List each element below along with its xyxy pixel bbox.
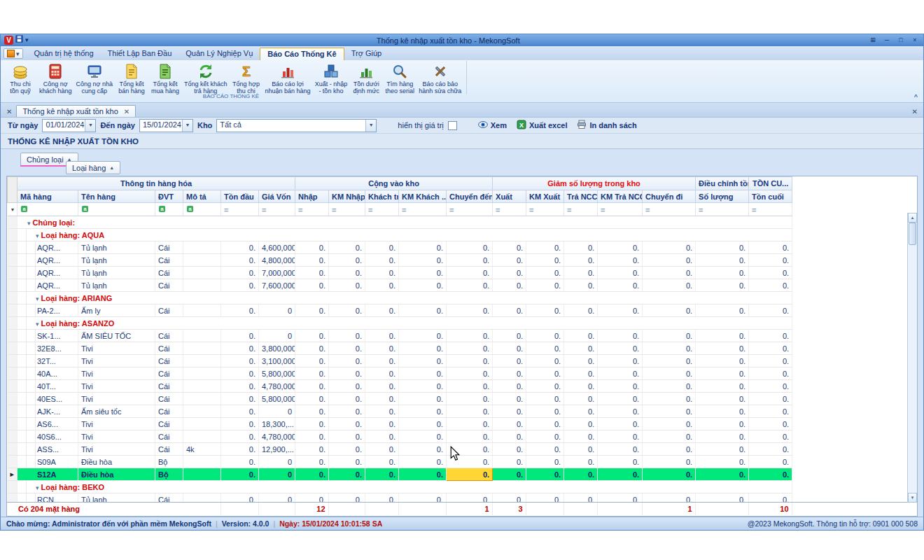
- cell[interactable]: [183, 405, 221, 418]
- cell[interactable]: Tivi: [78, 355, 155, 368]
- scrollbar-thumb[interactable]: [909, 223, 916, 245]
- app-menu-button[interactable]: ▾: [4, 48, 23, 59]
- scroll-down-icon[interactable]: ▼: [908, 493, 917, 503]
- cell[interactable]: 0.: [329, 443, 365, 456]
- cell[interactable]: Điều hòa: [78, 468, 155, 481]
- cell[interactable]: 0.: [447, 241, 493, 254]
- thu-chi-ton-quy-button[interactable]: Thu chitồn quỹ: [4, 61, 37, 94]
- screens-button[interactable]: ⊞: [868, 36, 878, 45]
- table-row[interactable]: AS6...TiviCái0.18,300,...0.0.0.0.0.0.0.0…: [8, 418, 792, 430]
- view-button[interactable]: Xem: [475, 120, 510, 131]
- cell[interactable]: Cái: [155, 342, 183, 355]
- table-row[interactable]: SK-1...ẤM SIÊU TỐCCái0.00.0.0.0.0.0.0.0.…: [8, 330, 792, 342]
- tong-hop-thu-chi-button[interactable]: ΣTổng hợpthu chi: [230, 61, 263, 94]
- maximize-button[interactable]: □: [896, 36, 906, 45]
- cell[interactable]: 0.: [643, 330, 696, 342]
- cell[interactable]: 0.: [598, 456, 643, 468]
- cell[interactable]: 0.: [493, 456, 526, 468]
- cell[interactable]: 4,600,000: [259, 241, 295, 254]
- cell[interactable]: 0.: [295, 393, 329, 405]
- cell[interactable]: [183, 418, 221, 430]
- filter-cell-15[interactable]: =: [643, 203, 696, 216]
- from-date-input[interactable]: 01/01/2024 ▼: [42, 119, 96, 132]
- cell[interactable]: 0.: [447, 355, 493, 368]
- cell[interactable]: 0.: [598, 330, 643, 342]
- cell[interactable]: 0.: [643, 418, 696, 430]
- cell[interactable]: 4,800,000: [259, 254, 295, 267]
- cell[interactable]: 0.: [447, 443, 493, 456]
- cell[interactable]: 0.: [493, 468, 526, 481]
- cell[interactable]: 0.: [329, 342, 365, 355]
- cell[interactable]: 0.: [598, 443, 643, 456]
- cell[interactable]: 0.: [749, 279, 792, 292]
- cell[interactable]: 0.: [749, 342, 792, 355]
- cell[interactable]: 0.: [221, 405, 259, 418]
- cell[interactable]: 0.: [295, 304, 329, 317]
- cell[interactable]: 0.: [365, 405, 399, 418]
- filter-cell-4[interactable]: =: [221, 203, 259, 216]
- cell[interactable]: 0.: [526, 405, 564, 418]
- cell[interactable]: 0.: [696, 456, 749, 468]
- to-date-dropdown-icon[interactable]: ▼: [182, 120, 192, 132]
- cell[interactable]: 0.: [696, 254, 749, 267]
- cell[interactable]: 0.: [365, 355, 399, 368]
- cell[interactable]: 0.: [564, 418, 598, 430]
- cell[interactable]: 0.: [399, 418, 447, 430]
- cell[interactable]: 0.: [493, 342, 526, 355]
- tong-ket-khach-tra-hang-button[interactable]: Tổng kết kháchtrả hàng: [182, 61, 230, 94]
- cell[interactable]: 0.: [329, 368, 365, 380]
- cell[interactable]: 0.: [221, 393, 259, 405]
- cell[interactable]: Cái: [155, 418, 183, 430]
- cell[interactable]: 0.: [749, 355, 792, 368]
- tim-hang-theo-serial-button[interactable]: Tìm hàngtheo serial: [383, 61, 416, 94]
- cell[interactable]: 0.: [696, 405, 749, 418]
- cell[interactable]: 0: [259, 468, 295, 481]
- close-button[interactable]: ×: [910, 36, 920, 45]
- cell[interactable]: AQR...: [18, 254, 78, 267]
- cell[interactable]: 0.: [329, 430, 365, 443]
- filter-cell-7[interactable]: =: [329, 203, 365, 216]
- cell[interactable]: 4,780,000: [259, 380, 295, 393]
- cell[interactable]: 4k: [183, 443, 221, 456]
- group-chip-loai-hang[interactable]: Loại hàng ▲: [66, 161, 120, 174]
- cell[interactable]: Tủ lạnh: [78, 254, 155, 267]
- table-row[interactable]: AQR...Tủ lạnhCái0.4,600,0000.0.0.0.0.0.0…: [8, 241, 792, 254]
- cell[interactable]: 0.: [749, 267, 792, 279]
- cell[interactable]: 32E8...: [18, 342, 78, 355]
- table-row[interactable]: 40S6...TiviCái0.4,780,0000.0.0.0.0.0.0.0…: [8, 430, 792, 443]
- cell[interactable]: 0.: [329, 456, 365, 468]
- cell[interactable]: 0.: [447, 267, 493, 279]
- cell[interactable]: 0.: [643, 456, 696, 468]
- cell[interactable]: 0.: [526, 267, 564, 279]
- tong-ket-ban-hang-button[interactable]: Tổng kếtbán hàng: [115, 61, 148, 94]
- cell[interactable]: 0.: [295, 368, 329, 380]
- to-date-input[interactable]: 15/01/2024 ▼: [139, 119, 193, 132]
- filter-cell-5[interactable]: =: [259, 203, 295, 216]
- filter-cell-12[interactable]: =: [526, 203, 564, 216]
- column-header-2[interactable]: ĐVT: [155, 190, 183, 203]
- cell[interactable]: 0.: [526, 355, 564, 368]
- cell[interactable]: 0.: [399, 380, 447, 393]
- cell[interactable]: 0.: [696, 368, 749, 380]
- cell[interactable]: 0.: [365, 279, 399, 292]
- column-header-15[interactable]: Chuyển đi: [643, 190, 696, 203]
- cell[interactable]: 0.: [399, 241, 447, 254]
- cell[interactable]: 0.: [447, 418, 493, 430]
- table-row[interactable]: AQR...Tủ lạnhCái0.4,800,0000.0.0.0.0.0.0…: [8, 254, 792, 267]
- cell[interactable]: [183, 330, 221, 342]
- cell[interactable]: 0.: [749, 380, 792, 393]
- cell[interactable]: 40A...: [18, 368, 78, 380]
- cell[interactable]: 0.: [329, 267, 365, 279]
- cell[interactable]: Ấm siêu tốc: [78, 405, 155, 418]
- cell[interactable]: ẤM SIÊU TỐC: [78, 330, 155, 342]
- cell[interactable]: 40T...: [18, 380, 78, 393]
- cell[interactable]: [183, 430, 221, 443]
- cell[interactable]: 0.: [447, 254, 493, 267]
- cell[interactable]: Tivi: [78, 430, 155, 443]
- scroll-up-icon[interactable]: ▲: [908, 213, 917, 223]
- cell[interactable]: 0.: [526, 468, 564, 481]
- cell[interactable]: 0.: [447, 405, 493, 418]
- cell[interactable]: Tủ lạnh: [78, 279, 155, 292]
- cell[interactable]: 0.: [399, 443, 447, 456]
- filter-cell-9[interactable]: =: [399, 203, 447, 216]
